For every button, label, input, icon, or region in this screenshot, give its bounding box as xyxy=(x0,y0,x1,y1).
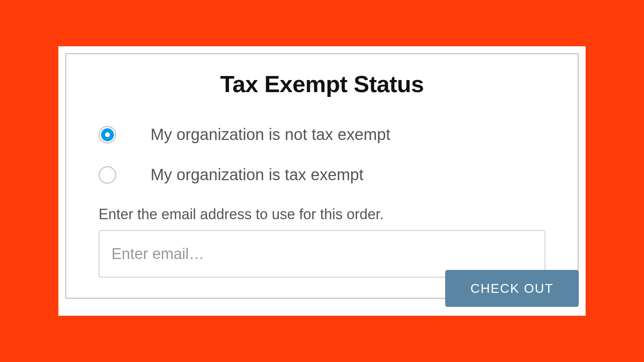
radio-label: My organization is tax exempt xyxy=(151,166,363,184)
email-prompt-label: Enter the email address to use for this … xyxy=(99,206,545,223)
radio-button-selected-icon xyxy=(99,126,116,144)
radio-not-tax-exempt[interactable]: My organization is not tax exempt xyxy=(99,125,545,144)
tax-exempt-radio-group: My organization is not tax exempt My org… xyxy=(99,125,545,184)
form-title: Tax Exempt Status xyxy=(99,70,545,97)
checkout-button[interactable]: CHECK OUT xyxy=(445,270,579,307)
tax-exempt-panel: Tax Exempt Status My organization is not… xyxy=(58,46,586,316)
radio-button-unselected-icon xyxy=(99,166,116,184)
radio-tax-exempt[interactable]: My organization is tax exempt xyxy=(99,166,545,184)
radio-label: My organization is not tax exempt xyxy=(151,125,390,144)
form-frame: Tax Exempt Status My organization is not… xyxy=(65,53,579,299)
